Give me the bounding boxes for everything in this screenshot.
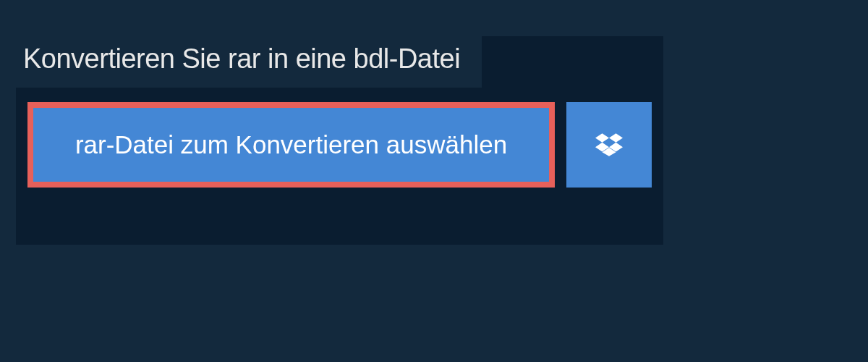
dropbox-icon <box>595 131 623 159</box>
title-container: Konvertieren Sie rar in eine bdl-Datei <box>16 36 482 88</box>
dropbox-button[interactable] <box>566 102 652 188</box>
select-file-label: rar-Datei zum Konvertieren auswählen <box>75 130 507 159</box>
converter-panel: Konvertieren Sie rar in eine bdl-Datei r… <box>16 36 663 245</box>
select-file-button[interactable]: rar-Datei zum Konvertieren auswählen <box>27 102 555 188</box>
page-title: Konvertieren Sie rar in eine bdl-Datei <box>23 43 460 75</box>
button-row: rar-Datei zum Konvertieren auswählen <box>27 102 652 188</box>
